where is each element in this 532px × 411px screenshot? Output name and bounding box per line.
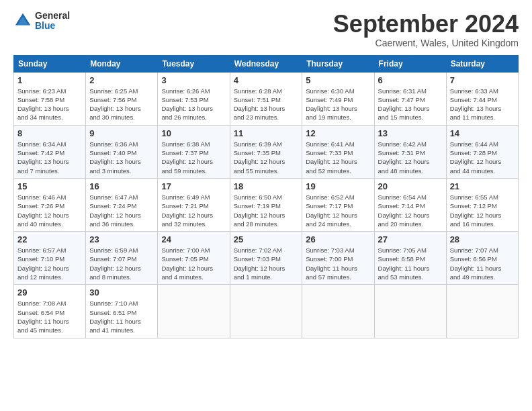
day-number: 28 bbox=[450, 234, 515, 244]
day-number: 2 bbox=[89, 75, 154, 85]
logo-blue-text: Blue bbox=[35, 21, 70, 31]
calendar-week-row: 22Sunrise: 6:57 AM Sunset: 7:10 PM Dayli… bbox=[14, 232, 519, 285]
calendar-table: Sunday Monday Tuesday Wednesday Thursday… bbox=[13, 55, 519, 338]
day-number: 8 bbox=[17, 128, 82, 138]
table-row: 17Sunrise: 6:49 AM Sunset: 7:21 PM Dayli… bbox=[158, 178, 230, 231]
table-row: 23Sunrise: 6:59 AM Sunset: 7:07 PM Dayli… bbox=[86, 232, 158, 285]
day-number: 29 bbox=[17, 287, 82, 298]
day-info: Sunrise: 6:38 AM Sunset: 7:37 PM Dayligh… bbox=[161, 140, 226, 175]
day-info: Sunrise: 6:34 AM Sunset: 7:42 PM Dayligh… bbox=[17, 140, 82, 175]
day-number: 1 bbox=[17, 75, 82, 85]
table-row: 24Sunrise: 7:00 AM Sunset: 7:05 PM Dayli… bbox=[158, 232, 230, 285]
table-row: 30Sunrise: 7:10 AM Sunset: 6:51 PM Dayli… bbox=[86, 285, 158, 338]
location: Caerwent, Wales, United Kingdom bbox=[333, 38, 519, 48]
day-info: Sunrise: 6:59 AM Sunset: 7:07 PM Dayligh… bbox=[89, 246, 154, 281]
day-number: 10 bbox=[161, 128, 226, 138]
day-info: Sunrise: 6:28 AM Sunset: 7:51 PM Dayligh… bbox=[234, 87, 299, 122]
day-info: Sunrise: 7:08 AM Sunset: 6:54 PM Dayligh… bbox=[17, 299, 82, 334]
table-row: 1Sunrise: 6:23 AM Sunset: 7:58 PM Daylig… bbox=[14, 72, 86, 125]
day-number: 3 bbox=[161, 75, 226, 85]
day-info: Sunrise: 6:54 AM Sunset: 7:14 PM Dayligh… bbox=[378, 193, 443, 228]
calendar-week-row: 29Sunrise: 7:08 AM Sunset: 6:54 PM Dayli… bbox=[14, 285, 519, 338]
day-info: Sunrise: 6:30 AM Sunset: 7:49 PM Dayligh… bbox=[306, 87, 370, 122]
day-number: 26 bbox=[306, 234, 370, 244]
day-number: 4 bbox=[234, 75, 299, 85]
day-info: Sunrise: 7:02 AM Sunset: 7:03 PM Dayligh… bbox=[234, 246, 299, 281]
day-number: 17 bbox=[161, 181, 226, 191]
day-info: Sunrise: 6:31 AM Sunset: 7:47 PM Dayligh… bbox=[378, 87, 443, 122]
calendar-week-row: 8Sunrise: 6:34 AM Sunset: 7:42 PM Daylig… bbox=[14, 125, 519, 178]
table-row: 14Sunrise: 6:44 AM Sunset: 7:28 PM Dayli… bbox=[446, 125, 518, 178]
table-row bbox=[302, 285, 374, 338]
logo: General Blue bbox=[13, 11, 70, 32]
day-info: Sunrise: 6:57 AM Sunset: 7:10 PM Dayligh… bbox=[17, 246, 82, 281]
table-row: 11Sunrise: 6:39 AM Sunset: 7:35 PM Dayli… bbox=[230, 125, 302, 178]
table-row: 18Sunrise: 6:50 AM Sunset: 7:19 PM Dayli… bbox=[230, 178, 302, 231]
day-info: Sunrise: 6:55 AM Sunset: 7:12 PM Dayligh… bbox=[450, 193, 515, 228]
col-monday: Monday bbox=[86, 55, 158, 72]
day-info: Sunrise: 6:46 AM Sunset: 7:26 PM Dayligh… bbox=[17, 193, 82, 228]
day-number: 21 bbox=[450, 181, 515, 191]
table-row: 13Sunrise: 6:42 AM Sunset: 7:31 PM Dayli… bbox=[374, 125, 446, 178]
table-row bbox=[446, 285, 518, 338]
table-row bbox=[230, 285, 302, 338]
col-tuesday: Tuesday bbox=[158, 55, 230, 72]
table-row: 5Sunrise: 6:30 AM Sunset: 7:49 PM Daylig… bbox=[302, 72, 374, 125]
day-info: Sunrise: 6:25 AM Sunset: 7:56 PM Dayligh… bbox=[89, 87, 154, 122]
day-number: 18 bbox=[234, 181, 299, 191]
day-info: Sunrise: 6:52 AM Sunset: 7:17 PM Dayligh… bbox=[306, 193, 370, 228]
table-row: 28Sunrise: 7:07 AM Sunset: 6:56 PM Dayli… bbox=[446, 232, 518, 285]
table-row: 21Sunrise: 6:55 AM Sunset: 7:12 PM Dayli… bbox=[446, 178, 518, 231]
day-info: Sunrise: 7:07 AM Sunset: 6:56 PM Dayligh… bbox=[450, 246, 515, 281]
day-number: 30 bbox=[89, 287, 154, 298]
day-info: Sunrise: 7:00 AM Sunset: 7:05 PM Dayligh… bbox=[161, 246, 226, 281]
day-info: Sunrise: 6:49 AM Sunset: 7:21 PM Dayligh… bbox=[161, 193, 226, 228]
table-row bbox=[374, 285, 446, 338]
col-wednesday: Wednesday bbox=[230, 55, 302, 72]
calendar-week-row: 15Sunrise: 6:46 AM Sunset: 7:26 PM Dayli… bbox=[14, 178, 519, 231]
day-number: 16 bbox=[89, 181, 154, 191]
table-row: 8Sunrise: 6:34 AM Sunset: 7:42 PM Daylig… bbox=[14, 125, 86, 178]
table-row: 16Sunrise: 6:47 AM Sunset: 7:24 PM Dayli… bbox=[86, 178, 158, 231]
day-info: Sunrise: 6:44 AM Sunset: 7:28 PM Dayligh… bbox=[450, 140, 515, 175]
table-row bbox=[158, 285, 230, 338]
table-row: 27Sunrise: 7:05 AM Sunset: 6:58 PM Dayli… bbox=[374, 232, 446, 285]
col-thursday: Thursday bbox=[302, 55, 374, 72]
calendar-header-row: Sunday Monday Tuesday Wednesday Thursday… bbox=[14, 55, 519, 72]
table-row: 4Sunrise: 6:28 AM Sunset: 7:51 PM Daylig… bbox=[230, 72, 302, 125]
day-info: Sunrise: 7:10 AM Sunset: 6:51 PM Dayligh… bbox=[89, 299, 154, 334]
month-title: September 2024 bbox=[333, 11, 519, 38]
day-info: Sunrise: 6:39 AM Sunset: 7:35 PM Dayligh… bbox=[234, 140, 299, 175]
day-number: 27 bbox=[378, 234, 443, 244]
day-number: 13 bbox=[378, 128, 443, 138]
logo-icon bbox=[13, 11, 32, 30]
col-sunday: Sunday bbox=[14, 55, 86, 72]
day-number: 20 bbox=[378, 181, 443, 191]
day-info: Sunrise: 6:23 AM Sunset: 7:58 PM Dayligh… bbox=[17, 87, 82, 122]
day-info: Sunrise: 6:42 AM Sunset: 7:31 PM Dayligh… bbox=[378, 140, 443, 175]
day-info: Sunrise: 7:03 AM Sunset: 7:00 PM Dayligh… bbox=[306, 246, 370, 281]
day-info: Sunrise: 6:33 AM Sunset: 7:44 PM Dayligh… bbox=[450, 87, 515, 122]
day-number: 5 bbox=[306, 75, 370, 85]
day-number: 22 bbox=[17, 234, 82, 244]
day-number: 15 bbox=[17, 181, 82, 191]
day-number: 12 bbox=[306, 128, 370, 138]
table-row: 9Sunrise: 6:36 AM Sunset: 7:40 PM Daylig… bbox=[86, 125, 158, 178]
table-row: 12Sunrise: 6:41 AM Sunset: 7:33 PM Dayli… bbox=[302, 125, 374, 178]
col-saturday: Saturday bbox=[446, 55, 518, 72]
logo-general-text: General bbox=[35, 11, 70, 21]
calendar-week-row: 1Sunrise: 6:23 AM Sunset: 7:58 PM Daylig… bbox=[14, 72, 519, 125]
col-friday: Friday bbox=[374, 55, 446, 72]
table-row: 29Sunrise: 7:08 AM Sunset: 6:54 PM Dayli… bbox=[14, 285, 86, 338]
day-number: 14 bbox=[450, 128, 515, 138]
day-number: 19 bbox=[306, 181, 370, 191]
table-row: 22Sunrise: 6:57 AM Sunset: 7:10 PM Dayli… bbox=[14, 232, 86, 285]
table-row: 15Sunrise: 6:46 AM Sunset: 7:26 PM Dayli… bbox=[14, 178, 86, 231]
table-row: 26Sunrise: 7:03 AM Sunset: 7:00 PM Dayli… bbox=[302, 232, 374, 285]
title-block: September 2024 Caerwent, Wales, United K… bbox=[333, 11, 519, 48]
day-info: Sunrise: 6:47 AM Sunset: 7:24 PM Dayligh… bbox=[89, 193, 154, 228]
table-row: 2Sunrise: 6:25 AM Sunset: 7:56 PM Daylig… bbox=[86, 72, 158, 125]
day-info: Sunrise: 6:50 AM Sunset: 7:19 PM Dayligh… bbox=[234, 193, 299, 228]
day-number: 23 bbox=[89, 234, 154, 244]
day-number: 7 bbox=[450, 75, 515, 85]
